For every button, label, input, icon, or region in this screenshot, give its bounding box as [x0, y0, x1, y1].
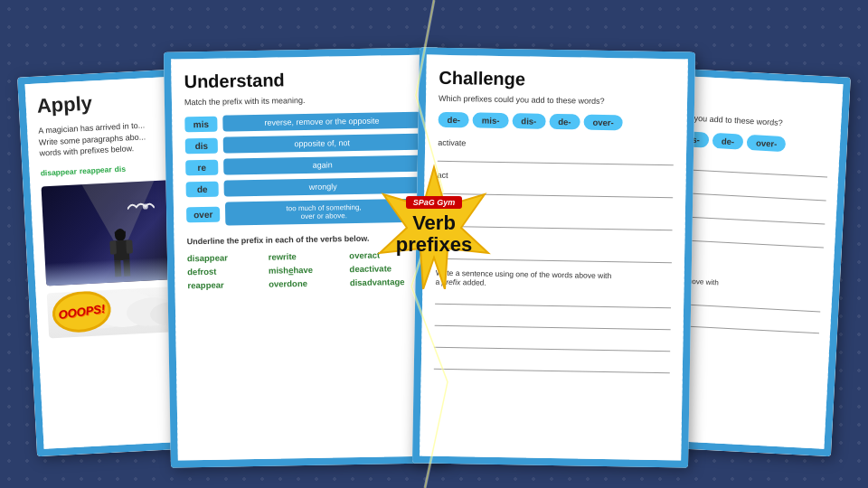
understand-subtitle: Match the prefix with its meaning. — [184, 94, 420, 108]
chip-de2: de- — [549, 114, 580, 130]
prefix-dis: dis — [185, 137, 218, 154]
right-subtitle: ould you add to these words? — [676, 113, 830, 130]
meaning-dis: opposite of, not — [223, 134, 421, 154]
verb-overdone: overdone — [269, 277, 343, 288]
verb-disappear: disappear — [187, 252, 261, 263]
right-chips: dis- de- over- — [675, 131, 830, 155]
bird-icon — [127, 199, 155, 219]
word-row-activate: activate — [438, 138, 674, 166]
match-row-dis: dis opposite of, not — [185, 134, 421, 155]
match-row-mis: mis reverse, remove or the opposite — [184, 112, 420, 133]
verb-defrost: defrost — [187, 266, 261, 277]
challenge-subtitle: Which prefixes could you add to these wo… — [439, 94, 675, 108]
prefix-chips: de- mis- dis- de- over- — [438, 112, 674, 132]
word-reappear: reappear — [80, 164, 112, 175]
svg-rect-5 — [126, 239, 133, 253]
right-title: e — [677, 87, 832, 116]
verb-rewrite: rewrite — [269, 250, 343, 261]
svg-point-1 — [115, 229, 127, 242]
verb-reappear: reappear — [187, 279, 261, 290]
spag-burst-inner: SPaG Gym Verbprefixes — [371, 163, 497, 289]
right-lines — [670, 157, 828, 249]
prefix-re: re — [185, 159, 218, 175]
meaning-mis: reverse, remove or the opposite — [222, 112, 420, 132]
verb-mishehave: mishehave — [269, 264, 343, 275]
understand-title: Understand — [184, 68, 420, 93]
right-chip-over: over- — [747, 135, 787, 152]
chip-mis: mis- — [473, 112, 509, 128]
right-chip-de: de- — [712, 133, 743, 150]
chip-over: over- — [583, 115, 623, 131]
spag-badge: SPaG Gym Verbprefixes — [371, 163, 497, 289]
chip-dis: dis- — [512, 113, 545, 129]
prefix-de: de — [186, 181, 219, 197]
challenge-title: Challenge — [439, 68, 675, 93]
spag-title: Verbprefixes — [396, 212, 472, 256]
word-dis2: dis — [114, 164, 126, 174]
prefix-over: over — [186, 206, 220, 222]
svg-rect-4 — [109, 240, 117, 254]
svg-rect-2 — [115, 231, 126, 235]
prefix-mis: mis — [184, 116, 217, 132]
word-disappear: disappear — [40, 166, 77, 177]
spag-label: SPaG Gym — [406, 196, 463, 209]
